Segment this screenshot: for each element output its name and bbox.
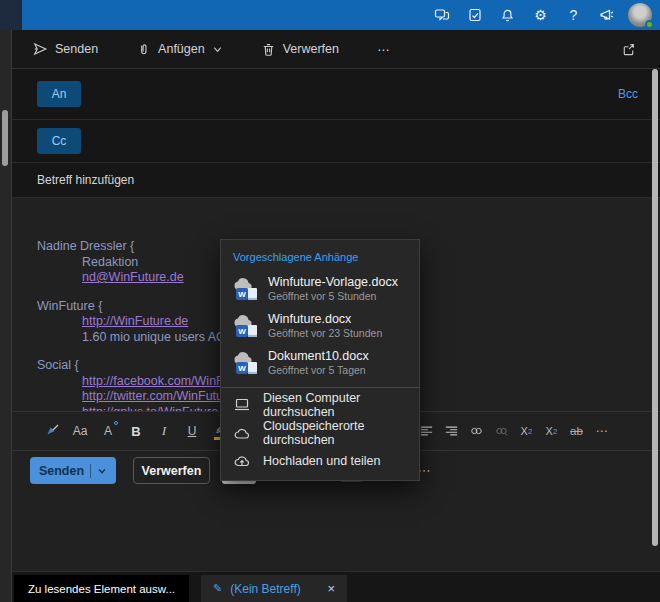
close-draft-tab-icon[interactable]: × [327, 581, 335, 596]
to-button[interactable]: An [37, 81, 81, 107]
window-corner-fragment [0, 0, 22, 30]
format-painter-button[interactable] [38, 416, 66, 446]
strikethrough-icon: ab [570, 425, 583, 437]
tasks-check-icon[interactable] [458, 0, 491, 30]
menu-divider [221, 387, 419, 388]
signature-twitter-link[interactable]: http://twitter.com/WinFuture [82, 389, 234, 403]
compose-scrollbar-thumb[interactable] [652, 69, 658, 546]
subject-placeholder: Betreff hinzufügen [37, 173, 134, 187]
subject-field[interactable]: Betreff hinzufügen [12, 163, 660, 198]
attach-command-button[interactable]: Anfügen [130, 41, 229, 58]
discard-command-label: Verwerfen [283, 42, 339, 56]
align-right-icon [445, 424, 458, 438]
send-icon [32, 41, 48, 57]
bold-button[interactable]: B [122, 416, 150, 446]
superscript-base: X [521, 425, 528, 437]
trash-icon [261, 42, 276, 57]
outlook-compose-window: ⚙ ? Senden [0, 0, 660, 602]
align-left-icon [420, 424, 433, 438]
send-options-chevron-icon [97, 466, 107, 476]
pencil-icon: ✎ [213, 582, 222, 595]
send-command-label: Senden [55, 42, 98, 56]
suggested-file-item[interactable]: W Dokument10.docx Geöffnet vor 5 Tagen [221, 344, 419, 381]
remove-link-button[interactable] [489, 416, 514, 446]
send-split-button[interactable]: Senden [30, 457, 116, 484]
format-painter-icon [44, 423, 60, 439]
cloud-word-file-icon: W [233, 351, 259, 374]
settings-gear-icon[interactable]: ⚙ [524, 0, 557, 30]
background-scrollbar-thumb[interactable] [2, 110, 8, 166]
more-commands-button[interactable]: ⋯ [371, 41, 396, 58]
browse-computer-label: Diesen Computer durchsuchen [263, 391, 406, 419]
upload-share-label: Hochladen und teilen [263, 454, 380, 468]
reading-pane-tab-label: Zu lesendes Element ausw... [28, 583, 175, 595]
popout-icon [621, 42, 636, 57]
file-name: Dokument10.docx [268, 349, 369, 364]
font-size-button[interactable]: A [94, 416, 122, 446]
file-name: Winfuture-Vorlage.docx [268, 275, 398, 290]
font-size-letter: A [104, 424, 112, 438]
user-avatar[interactable] [628, 3, 652, 27]
link-icon [470, 424, 483, 438]
cc-button[interactable]: Cc [37, 128, 81, 154]
browse-computer-menu-item[interactable]: Diesen Computer durchsuchen [221, 391, 419, 419]
discard-button[interactable]: Verwerfen [133, 457, 210, 484]
file-meta: Geöffnet vor 5 Tagen [268, 364, 369, 377]
open-in-new-window-button[interactable] [615, 41, 642, 58]
file-meta: Geöffnet vor 23 Stunden [268, 327, 382, 340]
subscript-base: X [546, 425, 553, 437]
subscript-mark: 2 [553, 427, 557, 436]
status-tab-bar: Zu lesendes Element ausw... ✎ (Kein Betr… [12, 571, 660, 602]
reading-pane-tab[interactable]: Zu lesendes Element ausw... [14, 575, 189, 602]
subscript-button[interactable]: X2 [539, 416, 564, 446]
body-empty-space[interactable] [12, 490, 660, 568]
chevron-down-icon [212, 44, 223, 55]
help-icon[interactable]: ? [557, 0, 590, 30]
browse-cloud-label: Cloudspeicherorte durchsuchen [263, 419, 406, 447]
send-command-button[interactable]: Senden [26, 40, 104, 58]
strikethrough-button[interactable]: ab [564, 416, 589, 446]
cloud-word-file-icon: W [233, 314, 259, 337]
discard-command-button[interactable]: Verwerfen [255, 41, 345, 58]
app-header: ⚙ ? [0, 0, 660, 30]
cloud-word-file-icon: W [233, 277, 259, 300]
computer-icon [234, 398, 250, 412]
file-name: Winfuture.docx [268, 312, 382, 327]
suggested-file-item[interactable]: W Winfuture-Vorlage.docx Geöffnet vor 5 … [221, 270, 419, 307]
cc-field-row[interactable]: Cc [12, 120, 660, 163]
unlink-icon [495, 424, 508, 438]
signature-email-link[interactable]: nd@WinFuture.de [82, 270, 184, 284]
signature-gplus-link[interactable]: http://gplus.to/WinFuture [82, 405, 218, 412]
browse-cloud-menu-item[interactable]: Cloudspeicherorte durchsuchen [221, 419, 419, 447]
upload-share-menu-item[interactable]: Hochladen und teilen [221, 447, 419, 475]
draft-tab-label: (Kein Betreff) [230, 582, 300, 596]
formatting-toolbar-right-group: X2 X2 ab ⋯ [414, 416, 614, 446]
send-button-label: Senden [39, 464, 84, 478]
attach-command-label: Anfügen [158, 42, 205, 56]
background-scrollbar[interactable] [0, 30, 12, 602]
underline-button[interactable]: U [178, 416, 206, 446]
suggested-attachments-menu: Vorgeschlagene Anhänge W Winfuture-Vorla… [220, 239, 420, 481]
insert-link-button[interactable] [464, 416, 489, 446]
compose-scrollbar[interactable] [651, 69, 658, 569]
feedback-chat-icon[interactable] [425, 0, 458, 30]
to-field-row[interactable]: An Bcc [12, 69, 660, 120]
suggested-attachments-title: Vorgeschlagene Anhänge [221, 240, 419, 270]
draft-tab-active[interactable]: ✎ (Kein Betreff) × [201, 575, 347, 602]
cloud-icon [234, 427, 250, 440]
send-split-divider [90, 464, 91, 478]
bcc-toggle-link[interactable]: Bcc [618, 87, 638, 101]
font-button[interactable]: Aa [66, 416, 94, 446]
italic-button[interactable]: I [150, 416, 178, 446]
notifications-bell-icon[interactable] [491, 0, 524, 30]
announcements-megaphone-icon[interactable] [590, 0, 623, 30]
suggested-file-item[interactable]: W Winfuture.docx Geöffnet vor 23 Stunden [221, 307, 419, 344]
file-meta: Geöffnet vor 5 Stunden [268, 290, 398, 303]
compose-command-bar: Senden Anfügen Verwerfen ⋯ [12, 30, 660, 68]
more-formatting-button[interactable]: ⋯ [589, 416, 614, 446]
superscript-mark: 2 [528, 427, 532, 436]
superscript-button[interactable]: X2 [514, 416, 539, 446]
signature-company-link[interactable]: http://WinFuture.de [82, 314, 188, 328]
presence-status-dot [645, 20, 654, 29]
align-right-button[interactable] [439, 416, 464, 446]
